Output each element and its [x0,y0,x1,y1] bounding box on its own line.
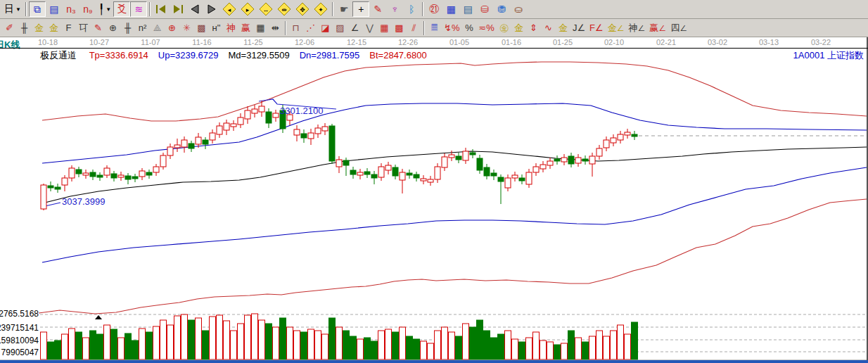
zoom-left-diamond[interactable]: ◂ [220,1,238,17]
volume-bar [181,314,188,359]
calendar-icon[interactable]: ㉑ [426,1,442,17]
pattern-icon[interactable]: 爻 [113,1,130,17]
gold-ruler-2-button[interactable]: 金 [46,21,61,35]
prev-page-button[interactable] [186,1,203,17]
candle-body [83,173,89,175]
shen-line-button[interactable]: 神∠ [627,21,648,35]
percent-line-button[interactable]: ↯% [442,21,461,35]
pen-vertical-button[interactable]: ⇕ [526,21,541,35]
date-tick-label: 10-18 [38,38,58,46]
hook-ruler-button[interactable]: 㔿 [76,21,91,35]
target-circle-glyph: ⊕ [168,23,176,33]
low-marker [45,203,60,206]
hand-tool-button[interactable]: ☛ [336,1,352,17]
volume-bar [575,338,582,359]
percent-button[interactable]: % [461,21,476,35]
gold-circle-button[interactable]: ㊎ [497,21,511,35]
ruler2-button[interactable]: ╫ [120,21,135,35]
trend-angle-button[interactable]: ∠ [347,21,362,35]
f-line-button[interactable]: F∠ [587,21,606,35]
starburst-box-button[interactable]: ▩ [194,21,209,35]
notepad-icon[interactable]: ▤ [459,1,476,17]
overlay-chart-icon[interactable]: ⧉ [29,1,46,17]
j-line-button[interactable]: J∠ [570,21,587,35]
expand-h-diamond[interactable]: ↔ [257,1,275,17]
date-tick-label: 11-07 [141,38,160,46]
gann-tool-button[interactable]: ♆ [386,1,403,17]
volume-bar [618,325,624,359]
parallel-lines-button[interactable]: ⫽ [407,21,421,35]
zoom-right-diamond[interactable]: ▸ [238,1,257,17]
last-page-button[interactable] [170,1,186,17]
scale-label: 2765.5168 [0,309,39,319]
candle-body [231,124,236,127]
histogram-icon[interactable]: ≋ [130,1,147,17]
svg-text:▸: ▸ [246,6,250,13]
grid-123-button[interactable]: ▦ [253,21,268,35]
ruler-ticks-button[interactable]: ╫ [17,21,32,35]
percent-bar-button[interactable]: ≂% [476,21,496,35]
gold-lines-button[interactable]: 金 [511,21,526,35]
brain-tool-button[interactable]: ᛒ [403,1,420,17]
ying-ruler-button[interactable]: 赢 [238,21,253,35]
crosshair-tool-button[interactable]: + [352,1,369,17]
annotate-pen-button[interactable]: ✎ [91,21,106,35]
next-page-button[interactable] [203,1,220,17]
si-line-button[interactable]: 四∠ [668,21,689,35]
expand-all-diamond[interactable]: ✥ [293,1,312,17]
target-circle-button[interactable]: ⊕ [165,21,179,35]
width-arrows-button[interactable]: ⇹ [268,21,283,35]
red-grid-button[interactable]: ▦ [377,21,392,35]
fan-lines-button[interactable]: ⋰ [303,21,318,35]
starburst-box-glyph: ▩ [197,23,205,33]
drawing-toolbar: ✐╫金金F㔿✎⊕╫n²⟁⊕✳▩ʜ"神赢▦⇹⊓⋰◪▨∠⋁▦▩⫽𝄜↯%%≂%㊎金⇕∿… [0,19,868,37]
volume-bar [463,324,469,359]
minute3-chart-icon[interactable]: n₃ [63,1,79,17]
volume-bar [41,332,47,359]
fan-box-button[interactable]: ◪ [318,21,333,35]
ying-line-button[interactable]: 赢∠ [647,21,668,35]
shen-ruler-button[interactable]: 神 [224,21,238,35]
column-stat-button[interactable]: 𝄜 [427,21,442,35]
draw-pen-button[interactable]: ✐ [2,21,17,35]
chart-canvas[interactable]: 2765.5168239715141159810094799050473301.… [0,60,868,363]
candle-body [245,110,250,119]
compress-h-diamond[interactable]: ⇹ [275,1,293,17]
gold-ruler-1-button[interactable]: 金 [32,21,46,35]
frame-tool-button[interactable]: ⊓ [288,21,303,35]
volume-bar [421,341,427,359]
grid-shade-button[interactable]: ▨ [333,21,347,35]
candle-body [273,113,279,117]
angle-tool-button[interactable]: ⟁ [150,21,165,35]
k-quote-button[interactable]: ʜ" [209,21,224,35]
line-tool-button[interactable]: ✎ [369,1,386,17]
candle-style-button[interactable]: ╿▼ [96,1,113,17]
wave-box-button[interactable]: ∿ [541,21,556,35]
gold-line-button[interactable]: 金∠ [606,21,627,35]
gann-tool-glyph: ♆ [391,4,399,15]
info-list-icon[interactable]: ▤ [46,1,63,17]
candle-body [414,174,419,178]
volume-bar [611,331,617,359]
volume-bar [456,336,462,359]
remote-pc-icon[interactable]: ⛀ [510,1,527,17]
toolbar-separator [25,2,27,16]
cycle-circle-button[interactable]: ⊕ [106,21,120,35]
net-send-icon[interactable]: ⛃ [493,1,510,17]
calculator-icon[interactable]: ▦ [442,1,459,17]
minute9-chart-icon[interactable]: n₉ [79,1,96,17]
period-day-button[interactable]: 日▼ [2,1,23,17]
compress-all-diamond[interactable]: ✦ [312,1,330,17]
candle-body [421,179,426,181]
v-lines-button[interactable]: ⋁ [362,21,377,35]
toolbar-separator [332,2,333,16]
f-ruler-button[interactable]: F [61,21,76,35]
volume-bar [266,324,272,359]
first-page-button[interactable] [153,1,170,17]
n2-ruler-button[interactable]: n² [135,21,150,35]
save-icon[interactable]: ⛁ [476,1,493,17]
gold2-button[interactable]: 金 [556,21,570,35]
red-grid2-button[interactable]: ▩ [392,21,407,35]
remote-pc-icon-glyph: ⛀ [514,4,523,15]
starburst-button[interactable]: ✳ [179,21,194,35]
